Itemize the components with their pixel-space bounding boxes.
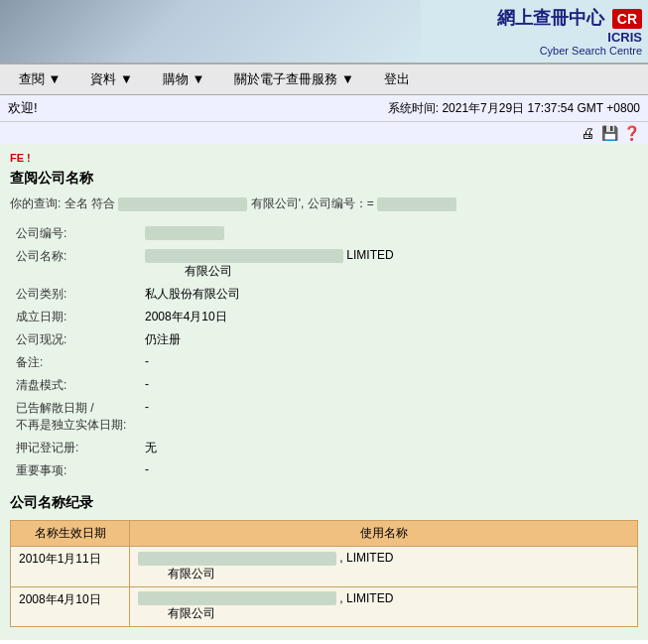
record-row-1: 2010年1月11日 , LIMITED 有限公司 — [11, 546, 638, 586]
table-row: 公司名称: LIMITED 有限公司 — [10, 245, 638, 283]
record-row-2: 2008年4月10日 , LIMITED 有限公司 — [11, 586, 638, 627]
navbar: 查閱 ▼ 資料 ▼ 購物 ▼ 關於電子查冊服務 ▼ 登出 — [0, 64, 648, 95]
field-label-name: 公司名称: — [10, 245, 139, 283]
query-label: 你的查询: — [10, 196, 61, 210]
field-value-charges: 无 — [139, 437, 638, 459]
field-label-remark: 备注: — [10, 351, 139, 374]
field-label-type: 公司类别: — [10, 283, 139, 306]
title-cn-text: 網上查冊中心 — [497, 8, 604, 28]
main-content: FE ! 查阅公司名称 你的查询: 全名 符合 有限公司', 公司编号：= 公司… — [0, 144, 648, 640]
field-label-winding: 清盘模式: — [10, 374, 139, 397]
page-header: 網上查冊中心 CR ICRIS Cyber Search Centre — [0, 0, 648, 64]
field-label-charges: 押记登记册: — [10, 437, 139, 459]
field-label-status: 公司现况: — [10, 328, 139, 351]
field-value-type: 私人股份有限公司 — [139, 283, 638, 306]
welcome-bar: 欢迎! 系统时间: 2021年7月29日 17:37:54 GMT +0800 — [0, 95, 648, 122]
field-label-important: 重要事项: — [10, 459, 139, 482]
nav-shop[interactable]: 購物 ▼ — [148, 66, 219, 92]
records-title: 公司名称纪录 — [10, 494, 638, 512]
cr-badge: CR — [612, 9, 642, 29]
redacted-record-name-1-en — [138, 552, 336, 566]
table-row: 公司现况: 仍注册 — [10, 328, 638, 351]
header-background — [0, 0, 421, 63]
header-title-icris: ICRIS — [497, 30, 642, 45]
query-text: 全名 符合 — [65, 196, 115, 210]
table-row: 押记登记册: 无 — [10, 437, 638, 459]
toolbar: 🖨 💾 ❓ — [0, 122, 648, 144]
print-icon[interactable]: 🖨 — [579, 124, 596, 142]
col-header-name: 使用名称 — [130, 520, 638, 546]
record-name-1-cn: 有限公司 — [138, 567, 215, 580]
system-time-label: 系统时间: — [388, 101, 439, 115]
table-row: 备注: - — [10, 351, 638, 374]
field-label-number: 公司编号: — [10, 222, 139, 245]
nav-logout[interactable]: 登出 — [369, 66, 425, 92]
table-row: 公司编号: — [10, 222, 638, 245]
record-date-1: 2010年1月11日 — [11, 546, 130, 586]
table-row: 公司类别: 私人股份有限公司 — [10, 283, 638, 306]
system-time: 系统时间: 2021年7月29日 17:37:54 GMT +0800 — [388, 100, 640, 117]
field-value-winding: - — [139, 374, 638, 397]
record-name-1: , LIMITED 有限公司 — [130, 546, 638, 586]
field-value-date: 2008年4月10日 — [139, 306, 638, 328]
table-row: 成立日期: 2008年4月10日 — [10, 306, 638, 328]
redacted-record-name-2-en — [138, 591, 336, 605]
save-icon[interactable]: 💾 — [600, 124, 618, 142]
redacted-number — [145, 226, 224, 240]
header-title-cn: 網上查冊中心 CR — [497, 6, 642, 30]
field-label-dissolve: 已告解散日期 / 不再是独立实体日期: — [10, 397, 139, 437]
record-name-2: , LIMITED 有限公司 — [130, 586, 638, 627]
query-redacted-1 — [118, 197, 247, 211]
welcome-text: 欢迎! — [8, 99, 38, 117]
header-subtitle: Cyber Search Centre — [497, 45, 642, 57]
table-row: 清盘模式: - — [10, 374, 638, 397]
field-label-date: 成立日期: — [10, 306, 139, 328]
company-name-limited: LIMITED — [346, 248, 393, 262]
record-name-1-limited: , LIMITED — [339, 551, 393, 565]
record-date-2: 2008年4月10日 — [11, 586, 130, 627]
fe-notice: FE ! — [10, 152, 638, 164]
records-header-row: 名称生效日期 使用名称 — [11, 520, 638, 546]
redacted-name-en — [145, 249, 343, 263]
query-suffix-part: 有限公司', 公司编号：= — [251, 196, 377, 210]
col-header-date: 名称生效日期 — [11, 520, 130, 546]
field-value-dissolve: - — [139, 397, 638, 437]
field-value-status: 仍注册 — [139, 328, 638, 351]
nav-search[interactable]: 查閱 ▼ — [4, 66, 75, 92]
nav-about[interactable]: 關於電子查冊服務 ▼ — [219, 66, 368, 92]
query-info: 你的查询: 全名 符合 有限公司', 公司编号：= — [10, 195, 638, 212]
records-table: 名称生效日期 使用名称 2010年1月11日 , LIMITED 有限公司 20… — [10, 520, 638, 628]
query-section-title: 查阅公司名称 — [10, 170, 638, 188]
field-value-number — [139, 222, 638, 245]
field-value-name: LIMITED 有限公司 — [139, 245, 638, 283]
company-name-cn: 有限公司 — [145, 264, 232, 278]
field-value-remark: - — [139, 351, 638, 374]
table-row: 已告解散日期 / 不再是独立实体日期: - — [10, 397, 638, 437]
field-value-important: - — [139, 459, 638, 482]
company-detail-table: 公司编号: 公司名称: LIMITED 有限公司 公司类别: 私人股份有限公司 … — [10, 222, 638, 482]
help-icon[interactable]: ❓ — [622, 124, 640, 142]
nav-data[interactable]: 資料 ▼ — [75, 66, 147, 92]
records-section: 公司名称纪录 名称生效日期 使用名称 2010年1月11日 , LIMITED … — [10, 494, 638, 628]
header-logo: 網上查冊中心 CR ICRIS Cyber Search Centre — [497, 6, 642, 57]
system-time-value: 2021年7月29日 17:37:54 GMT +0800 — [442, 101, 640, 115]
record-name-2-cn: 有限公司 — [138, 606, 215, 620]
record-name-2-limited: , LIMITED — [339, 591, 393, 605]
query-redacted-2 — [377, 197, 456, 211]
table-row: 重要事项: - — [10, 459, 638, 482]
